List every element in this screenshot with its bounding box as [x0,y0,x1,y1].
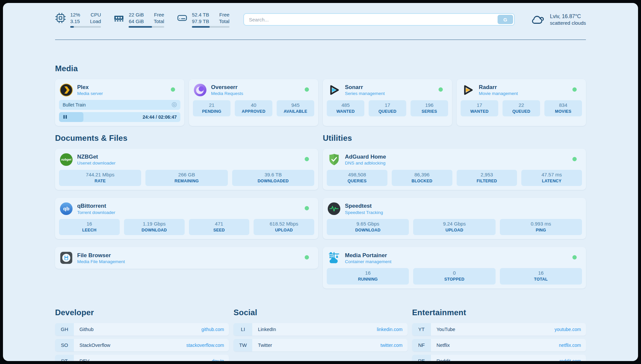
service-description: Container management [345,259,391,264]
svg-text:nzbget: nzbget [61,158,72,161]
stat-value: 9.65 Gbps [328,221,408,227]
stat-value: 39.6 TB [233,172,313,178]
bookmark-reddit[interactable]: RERedditreddit.com [412,355,586,361]
stat-wanted: 17WANTED [461,100,498,116]
player-settings-icon[interactable] [171,102,177,108]
bookmark-abbr: GH [55,323,74,336]
service-card-header: Media PortainerContainer management [327,251,582,265]
media-player: Bullet Train24:44 / 02:06:47 [59,100,180,122]
service-stats: 21PENDING40APPROVED945AVAILABLE [193,100,314,116]
bookmark-url: netflix.com [559,339,586,351]
bookmark-dev[interactable]: DTDEVdev.to [55,355,229,361]
stat-value: 9.24 Gbps [414,221,494,227]
stat-value: 47.57 ms [523,172,581,178]
disk-icon [177,13,188,23]
service-card-nzbget[interactable]: nzbgetNZBGetUsenet downloader744.21 Mbps… [55,149,318,190]
service-card-header: RadarrMovie management [461,83,582,97]
resource-progress-fill [192,26,210,28]
stat-label: SERIES [412,109,447,114]
stat-label: QUERIES [328,179,386,183]
resource-value: 22 GiB [129,12,144,18]
stat-label: QUEUED [370,109,405,114]
bookmark-linkedin[interactable]: LILinkedInlinkedin.com [233,323,407,336]
status-dot [305,255,309,259]
resource-value: 64 GiB [129,18,144,25]
service-description: Series management [345,91,385,96]
bookmark-github[interactable]: GHGithubgithub.com [55,323,229,336]
bookmark-twitter[interactable]: TWTwittertwitter.com [233,339,407,351]
stat-value: 16 [501,270,581,276]
resource-widget-cpu: 12%3.15CPULoad [55,12,101,28]
bookmark-name: Github [74,323,94,336]
service-card-radarr[interactable]: RadarrMovie management17WANTED22QUEUED83… [457,79,586,126]
stat-upload: 618.52 MbpsUPLOAD [254,219,314,235]
middle-sections: Documents & FilesnzbgetNZBGetUsenet down… [55,133,586,288]
service-name: Sonarr [345,84,385,91]
overseerr-icon [194,83,207,97]
service-card-overseerr[interactable]: OverseerrMedia Requests21PENDING40APPROV… [189,79,318,126]
service-name: NZBGet [77,153,115,160]
stat-value: 22 [504,102,539,108]
stat-value: 196 [412,102,447,108]
service-card-adguard[interactable]: AdGuard HomeDNS and adblocking498,508QUE… [323,149,586,190]
qbittorrent-icon: qb [60,202,73,215]
service-card-header: SpeedtestSpeedtest Tracking [327,201,582,216]
stat-value: 1.19 Gbps [125,221,183,227]
stat-value: 498,508 [328,172,386,178]
service-card-header: SonarrSeries management [327,83,448,97]
stat-label: SEED [190,228,248,232]
stat-movies: 834MOVIES [544,100,582,116]
bookmark-sections: DeveloperGHGithubgithub.comSOStackOverfl… [55,308,586,361]
resource-widget-memory: 22 GiB64 GiBFreeTotal [113,12,164,28]
stat-label: MOVIES [546,109,581,114]
service-card-filebrowser[interactable]: File BrowserMedia File Management [55,247,318,269]
bookmark-stackoverflow[interactable]: SOStackOverflowstackoverflow.com [55,339,229,351]
bookmark-name: StackOverflow [74,339,110,351]
service-card-sonarr[interactable]: SonarrSeries management485WANTED17QUEUED… [323,79,452,126]
bookmark-youtube[interactable]: YTYouTubeyoutube.com [412,323,586,336]
resource-value: 97.9 TB [192,18,209,25]
bookmark-url: stackoverflow.com [186,339,229,351]
bookmark-abbr: TW [233,339,252,351]
resource-value: 3.15 [70,18,80,25]
bookmark-netflix[interactable]: NFNetflixnetflix.com [412,339,586,351]
service-description: Torrent downloader [77,210,115,215]
stat-running: 16RUNNING [327,268,409,284]
service-card-plex[interactable]: PlexMedia serverBullet Train24:44 / 02:0… [55,79,184,126]
stat-label: WANTED [462,109,497,114]
search-provider-button[interactable]: G [498,15,513,24]
search-input[interactable] [243,13,515,26]
stat-rate: 744.21 MbpsRATE [59,170,141,186]
bookmark-abbr: SO [55,339,74,351]
service-card-portainer[interactable]: Media PortainerContainer management16RUN… [323,247,586,288]
stat-label: LEECH [60,228,118,232]
service-name: qBittorrent [77,202,115,209]
service-name: Media Portainer [345,252,391,259]
resource-labels: FreeTotal [154,12,164,24]
media-cards: PlexMedia serverBullet Train24:44 / 02:0… [55,79,586,126]
stat-value: 485 [328,102,363,108]
stat-ping: 0.993 msPING [500,219,582,235]
stat-label: PENDING [194,109,229,114]
resource-values: 12%3.15 [70,12,80,24]
resource-label: CPU [91,12,101,18]
radarr-icon [461,83,474,97]
stat-remaining: 266 GBREMAINING [145,170,228,186]
status-dot [305,157,309,161]
search-bar: G [243,13,515,26]
stat-label: TOTAL [501,277,581,282]
section-entertainment: EntertainmentYTYouTubeyoutube.comNFNetfl… [412,308,586,361]
status-dot [572,87,577,92]
stat-label: DOWNLOAD [328,228,408,232]
stat-label: RUNNING [328,277,408,282]
stat-label: UPLOAD [255,228,313,232]
section-utilities: UtilitiesAdGuard HomeDNS and adblocking4… [323,133,586,288]
system-resources: 12%3.15CPULoad22 GiB64 GiBFreeTotal52.4 … [55,12,229,28]
stat-label: AVAILABLE [278,109,313,114]
bookmark-name: Twitter [252,339,272,351]
section-title: Documents & Files [55,133,318,143]
resource-label: Total [219,18,229,25]
service-card-speedtest[interactable]: SpeedtestSpeedtest Tracking9.65 GbpsDOWN… [323,198,586,239]
service-card-qbittorrent[interactable]: qbqBittorrentTorrent downloader16LEECH1.… [55,198,318,239]
bookmark-name: LinkedIn [252,323,276,336]
